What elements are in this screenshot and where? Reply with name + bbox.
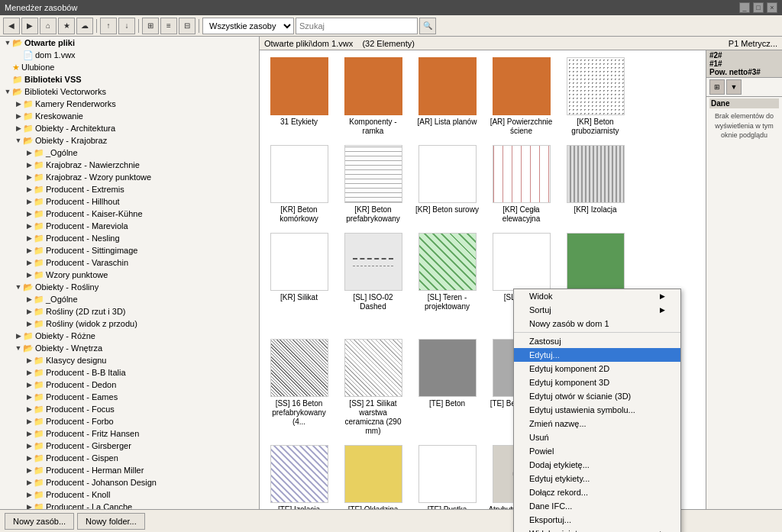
tree-item-ulubione[interactable]: ★ Ulubione xyxy=(0,61,259,73)
tree-item-prod-girsberg[interactable]: ▶📁 Producent - Girsberger xyxy=(0,440,259,452)
grid-item[interactable]: [SS] 16 Beton prefabrykowany (4... xyxy=(263,335,335,440)
tree-item-prod-johanson[interactable]: ▶📁 Producent - Johanson Design xyxy=(0,476,259,488)
tree-item-obiekty-wnetrza[interactable]: ▼📂 Obiekty - Wnętrza xyxy=(0,342,259,354)
tree-item-prod-lacanche[interactable]: ▶📁 Producent - La Canche xyxy=(0,501,259,509)
grid-item[interactable]: [KR] Cegła elewacyjna xyxy=(485,141,557,227)
tree-item-obiekty-arch[interactable]: ▶📁 Obiekty - Architektura xyxy=(0,122,259,134)
context-menu-item[interactable]: Powiel xyxy=(514,444,680,458)
tree-item-krajobraz-nawierzchnie[interactable]: ▶📁 Krajobraz - Nawierzchnie xyxy=(0,159,259,171)
search-input[interactable] xyxy=(296,18,418,34)
context-menu-item[interactable]: Widok▶ xyxy=(514,289,680,303)
filter-dropdown[interactable]: Wszystkie zasoby xyxy=(202,18,294,34)
grid-item[interactable]: [SL] ISO-02 Dashed xyxy=(337,229,409,334)
maximize-btn[interactable]: □ xyxy=(753,2,764,13)
grid-item[interactable]: [TE] Okładzina tynkowa xyxy=(337,441,409,509)
context-menu-item[interactable]: Edytuj komponent 3D xyxy=(514,376,680,389)
tree-item-producent-nesling[interactable]: ▶📁 Producent - Nesling xyxy=(0,232,259,244)
window-controls[interactable]: _ □ × xyxy=(739,2,777,13)
close-btn[interactable]: × xyxy=(767,2,777,13)
grid-item[interactable]: [SS] 21 Silikat warstwa ceramiczna (290 … xyxy=(337,335,409,440)
tree-item-dom-1-vwx[interactable]: 📄 dom 1.vwx xyxy=(0,49,259,61)
star-btn[interactable]: ★ xyxy=(58,18,75,34)
tree-item-producent-mareviola[interactable]: ▶📁 Producent - Mareviola xyxy=(0,220,259,232)
grid-item[interactable]: [KR] Beton surowy xyxy=(411,141,483,227)
grid-item[interactable]: 31 Etykiety xyxy=(263,53,335,140)
tree-item-producent-sittingimage[interactable]: ▶📁 Producent - Sittingimage xyxy=(0,244,259,256)
context-menu-item[interactable]: Dodaj etykietę... xyxy=(514,458,680,472)
forward-btn[interactable]: ▶ xyxy=(21,18,38,34)
tree-folder-icon: 📁 xyxy=(34,221,44,231)
new-resource-btn[interactable]: Nowy zasób... xyxy=(5,513,74,530)
tree-item-ogolne[interactable]: ▶📁 _Ogólne xyxy=(0,147,259,159)
grid-item[interactable]: [SL] Teren - projektowany xyxy=(411,229,483,334)
tree-item-obiekty-rosliny[interactable]: ▼📂 Obiekty - Rośliny xyxy=(0,281,259,293)
grid-item[interactable]: [KR] Izolacja xyxy=(559,141,632,227)
context-menu-item[interactable]: Edytuj otwór w ścianie (3D) xyxy=(514,389,680,403)
grid-item[interactable]: [AR] Lista planów xyxy=(411,53,483,140)
context-menu-item[interactable]: Nowy zasób w dom 1 xyxy=(514,317,680,330)
tree-item-obiekty-krajobraz[interactable]: ▼📂 Obiekty - Krajobraz xyxy=(0,134,259,147)
tree-item-producent-hillhout[interactable]: ▶📁 Producent - Hillhout xyxy=(0,195,259,208)
detail-btn[interactable]: ⊟ xyxy=(179,18,196,34)
context-menu-item[interactable]: Eksportuj... xyxy=(514,513,680,527)
tree-item-wzory-punktowe[interactable]: ▶📁 Wzory punktowe xyxy=(0,269,259,281)
tree-item-prod-fritz[interactable]: ▶📁 Producent - Fritz Hansen xyxy=(0,427,259,440)
context-menu-item[interactable]: Dane IFC... xyxy=(514,499,680,513)
tree-item-otwarte-pliki[interactable]: ▼📂 Otwarte pliki xyxy=(0,37,259,49)
search-btn[interactable]: 🔍 xyxy=(419,18,436,34)
tree-item-biblioteki-vw[interactable]: ▼📂 Biblioteki Vectorworks xyxy=(0,85,259,98)
tree-item-ogolne2[interactable]: ▶📁 _Ogólne xyxy=(0,293,259,305)
tree-item-obiekty-rozne[interactable]: ▶📁 Obiekty - Różne xyxy=(0,330,259,342)
tree-item-producent-extremis[interactable]: ▶📁 Producent - Extremis xyxy=(0,183,259,195)
back-btn[interactable]: ◀ xyxy=(3,18,20,34)
tree-item-prod-focus[interactable]: ▶📁 Producent - Focus xyxy=(0,403,259,415)
context-menu-item[interactable]: Zmień nazwę... xyxy=(514,417,680,430)
context-menu-item[interactable]: Edytuj komponent 2D xyxy=(514,362,680,376)
preview-icon2[interactable]: ▼ xyxy=(726,79,742,95)
tree-item-prod-eames[interactable]: ▶📁 Producent - Eames xyxy=(0,391,259,403)
tree-item-rosliny-2d3d[interactable]: ▶📁 Rośliny (2D rzut i 3D) xyxy=(0,305,259,318)
cloud-btn[interactable]: ☁ xyxy=(76,18,93,34)
tree-item-kamery[interactable]: ▶📁 Kamery Renderworks xyxy=(0,98,259,110)
context-menu-item[interactable]: Edytuj etykiety... xyxy=(514,472,680,485)
new-folder-btn[interactable]: Nowy folder... xyxy=(77,513,145,530)
tree-item-producent-kaiser[interactable]: ▶📁 Producent - Kaiser-Kühne xyxy=(0,208,259,220)
tree-item-prod-gispen[interactable]: ▶📁 Producent - Gispen xyxy=(0,452,259,464)
up-btn[interactable]: ↑ xyxy=(100,18,117,34)
tree-item-prod-knoll[interactable]: ▶📁 Producent - Knoll xyxy=(0,488,259,501)
tree-item-producent-varaschin[interactable]: ▶📁 Producent - Varaschin xyxy=(0,256,259,269)
context-menu-item[interactable]: Usuń xyxy=(514,430,680,444)
tree-item-klasycy[interactable]: ▶📁 Klasycy designu xyxy=(0,354,259,366)
tree-item-prod-herman[interactable]: ▶📁 Producent - Herman Miller xyxy=(0,464,259,476)
grid-item[interactable]: [AR] Powierzchnie ściene xyxy=(485,53,557,140)
home-btn[interactable]: ⌂ xyxy=(40,18,57,34)
tree-container[interactable]: ▼📂 Otwarte pliki📄 dom 1.vwx★ Ulubione📁 B… xyxy=(0,37,259,509)
grid-btn[interactable]: ⊞ xyxy=(142,18,159,34)
preview-icon1[interactable]: ⊞ xyxy=(709,79,725,95)
tree-item-prod-forbo[interactable]: ▶📁 Producent - Forbo xyxy=(0,415,259,427)
tree-item-prod-dedon[interactable]: ▶📁 Producent - Dedon xyxy=(0,379,259,391)
context-menu-item[interactable]: Widok miniatur▶ xyxy=(514,527,680,532)
grid-item[interactable]: [KR] Beton gruboziarnisty xyxy=(559,53,632,140)
minimize-btn[interactable]: _ xyxy=(739,2,750,13)
grid-item[interactable]: [KR] Beton komórkowy xyxy=(263,141,335,227)
list-btn[interactable]: ≡ xyxy=(160,18,177,34)
tree-item-krajobraz-wzory[interactable]: ▶📁 Krajobraz - Wzory punktowe xyxy=(0,171,259,183)
down-btn[interactable]: ↓ xyxy=(118,18,135,34)
tree-item-prod-bb[interactable]: ▶📁 Producent - B-B Italia xyxy=(0,366,259,379)
grid-item[interactable]: [TE] Beton xyxy=(411,335,483,440)
tree-label: Krajobraz - Wzory punktowe xyxy=(46,172,151,182)
grid-item[interactable]: Komponenty - ramka xyxy=(337,53,409,140)
grid-item[interactable]: [KR] Beton prefabrykowany xyxy=(337,141,409,227)
grid-item[interactable]: [TE] Izolacja xyxy=(263,441,335,509)
grid-item[interactable]: [KR] Silikat xyxy=(263,229,335,334)
tree-item-kreskowanie[interactable]: ▶📁 Kreskowanie xyxy=(0,110,259,122)
context-menu-item[interactable]: Zastosuj xyxy=(514,334,680,348)
context-menu-item[interactable]: Sortuj▶ xyxy=(514,303,680,317)
grid-item[interactable]: [TE] Pustka powietrzna xyxy=(411,441,483,509)
context-menu-item[interactable]: Edytuj... xyxy=(514,348,680,362)
tree-item-rosliny-widok[interactable]: ▶📁 Rośliny (widok z przodu) xyxy=(0,318,259,330)
context-menu-item[interactable]: Edytuj ustawienia symbolu... xyxy=(514,403,680,417)
context-menu-item[interactable]: Dołącz rekord... xyxy=(514,485,680,499)
tree-item-biblioteki-vss[interactable]: 📁 Biblioteki VSS xyxy=(0,73,259,85)
